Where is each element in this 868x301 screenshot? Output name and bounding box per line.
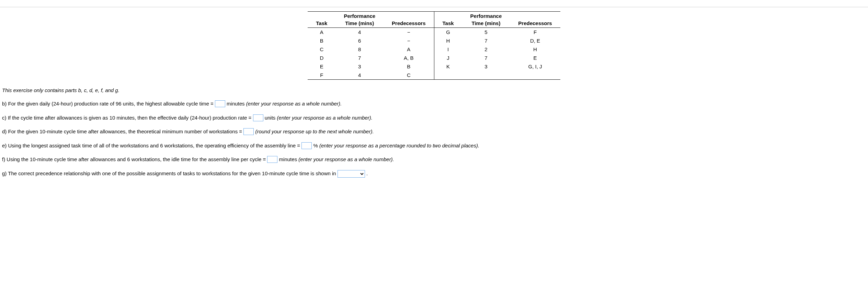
time-cell: 7 [462, 36, 510, 45]
qf-hint: (enter your response as a whole number). [298, 156, 394, 162]
pred-cell: C [384, 71, 434, 80]
time-cell: 3 [335, 62, 384, 71]
table-row: C8AI2H [308, 45, 560, 54]
pred-cell: A [384, 45, 434, 54]
pred-cell: A, B [384, 54, 434, 62]
qg-pre: g) The correct precedence relationship w… [2, 170, 338, 176]
qd-input[interactable] [243, 128, 254, 135]
task-cell: K [434, 62, 462, 71]
qc-post: units [265, 115, 277, 121]
question-d: d) For the given 10-minute cycle time af… [2, 128, 866, 136]
qg-post: . [366, 170, 368, 176]
th-time-right: PerformanceTime (mins) [462, 12, 510, 28]
time-cell: 7 [462, 54, 510, 62]
task-cell: B [308, 36, 335, 45]
divider [0, 7, 868, 7]
table-row: F4C [308, 71, 560, 80]
qd-hint: (round your response up to the next whol… [255, 129, 374, 134]
time-cell: 7 [335, 54, 384, 62]
qf-input[interactable] [267, 156, 277, 163]
qb-post: minutes [227, 101, 246, 107]
task-table-container: Task PerformanceTime (mins) Predecessors… [0, 11, 868, 80]
task-table: Task PerformanceTime (mins) Predecessors… [308, 11, 560, 80]
qf-pre: f) Using the 10-minute cycle time after … [2, 156, 267, 162]
time-cell: 2 [462, 45, 510, 54]
qb-pre: b) For the given daily (24-hour) product… [2, 101, 215, 107]
qd-pre: d) For the given 10-minute cycle time af… [2, 129, 243, 134]
pred-cell: G, I, J [510, 62, 560, 71]
pred-cell [510, 71, 560, 80]
qe-input[interactable] [301, 142, 312, 149]
qf-post: minutes [279, 156, 299, 162]
task-cell: F [308, 71, 335, 80]
question-b: b) For the given daily (24-hour) product… [2, 100, 866, 108]
table-row: B6−H7D, E [308, 36, 560, 45]
qe-post: % [313, 143, 319, 148]
task-cell: G [434, 28, 462, 37]
th-time-left: PerformanceTime (mins) [335, 12, 384, 28]
time-cell: 3 [462, 62, 510, 71]
time-cell: 5 [462, 28, 510, 37]
time-cell: 4 [335, 28, 384, 37]
th-task-left: Task [308, 12, 335, 28]
qc-pre: c) If the cycle time after allowances is… [2, 115, 253, 121]
qc-hint: (enter your response as a whole number). [277, 115, 373, 121]
task-cell: J [434, 54, 462, 62]
task-cell: A [308, 28, 335, 37]
task-cell [434, 71, 462, 80]
qc-input[interactable] [253, 114, 263, 121]
table-row: E3BK3G, I, J [308, 62, 560, 71]
pred-cell: E [510, 54, 560, 62]
question-g: g) The correct precedence relationship w… [2, 170, 866, 178]
pred-cell: − [384, 36, 434, 45]
task-cell: D [308, 54, 335, 62]
pred-cell: D, E [510, 36, 560, 45]
qe-pre: e) Using the longest assigned task time … [2, 143, 301, 148]
question-f: f) Using the 10-minute cycle time after … [2, 156, 866, 164]
time-cell: 6 [335, 36, 384, 45]
table-row: A4−G5F [308, 28, 560, 37]
time-cell: 8 [335, 45, 384, 54]
pred-cell: H [510, 45, 560, 54]
task-cell: E [308, 62, 335, 71]
qb-input[interactable] [215, 100, 225, 107]
time-cell: 4 [335, 71, 384, 80]
time-cell [462, 71, 510, 80]
th-pred-left: Predecessors [384, 12, 434, 28]
qe-hint: (enter your response as a percentage rou… [319, 143, 479, 148]
pred-cell: F [510, 28, 560, 37]
exercise-note: This exercise only contains parts b, c, … [2, 87, 866, 94]
pred-cell: − [384, 28, 434, 37]
th-task-right: Task [434, 12, 462, 28]
task-cell: H [434, 36, 462, 45]
pred-cell: B [384, 62, 434, 71]
qb-hint: (enter your response as a whole number). [246, 101, 342, 107]
question-e: e) Using the longest assigned task time … [2, 142, 866, 150]
question-c: c) If the cycle time after allowances is… [2, 114, 866, 122]
task-cell: I [434, 45, 462, 54]
th-pred-right: Predecessors [510, 12, 560, 28]
qg-select[interactable] [338, 170, 365, 178]
task-cell: C [308, 45, 335, 54]
table-row: D7A, BJ7E [308, 54, 560, 62]
